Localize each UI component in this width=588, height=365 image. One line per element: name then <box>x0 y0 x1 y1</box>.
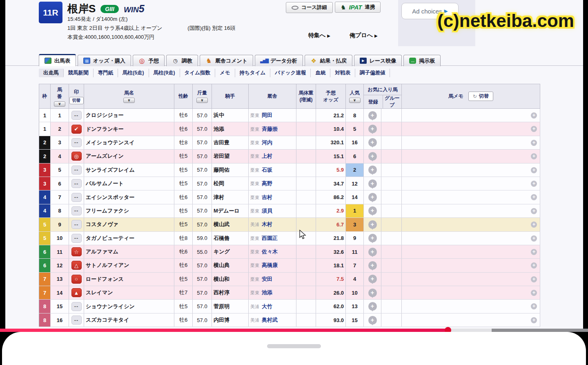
tab-オッズ・購入[interactable]: ▤オッズ・購入 <box>78 55 131 66</box>
favorite-pin-icon[interactable]: + <box>368 206 377 215</box>
favorite-pin-icon[interactable]: + <box>368 248 377 256</box>
subnav-item-競馬新聞[interactable]: 競馬新聞 <box>64 69 94 77</box>
memo-add-icon[interactable]: + <box>531 126 537 132</box>
mark-badge[interactable]: △ <box>71 261 82 270</box>
memo-add-icon[interactable]: + <box>531 222 537 228</box>
subnav-item-馬柱(9走)[interactable]: 馬柱(9走) <box>149 69 180 77</box>
favorite-pin-icon[interactable]: + <box>368 220 377 229</box>
favorite-pin-icon[interactable]: + <box>368 111 377 120</box>
subnav-item-対戦表[interactable]: 対戦表 <box>330 69 355 77</box>
tab-レース映像[interactable]: ▶レース映像 <box>354 55 402 66</box>
memo-add-icon[interactable]: + <box>531 303 537 309</box>
ipat-link-button[interactable]: ♞ IPAT 連携 <box>335 2 381 13</box>
drag-handle[interactable] <box>267 344 321 348</box>
tab-調教[interactable]: ◷調教 <box>166 55 198 66</box>
mark-badge[interactable]: ✔ <box>71 125 82 134</box>
jockey-link[interactable]: 津村 <box>212 190 249 204</box>
favorite-pin-icon[interactable]: + <box>368 193 377 202</box>
horse-name-link[interactable]: コスタノヴァ <box>84 218 174 231</box>
memo-add-icon[interactable]: + <box>531 208 537 214</box>
memo-toggle-button[interactable]: ↻ 切替 <box>468 92 493 101</box>
mark-badge[interactable]: ☆ <box>71 247 82 256</box>
jockey-link[interactable]: 西村淳 <box>212 286 249 300</box>
tokushu-link[interactable]: 特集へ▶ <box>308 32 330 39</box>
mark-badge[interactable]: -- <box>71 302 82 311</box>
jockey-link[interactable]: キング <box>212 245 249 258</box>
sort-horse-name-button[interactable]: ∨ <box>123 98 135 103</box>
favorite-pin-icon[interactable]: + <box>368 316 377 325</box>
horse-name-link[interactable]: クロジシジョー <box>84 109 174 122</box>
memo-add-icon[interactable]: + <box>531 235 537 242</box>
subnav-item-タイム指数[interactable]: タイム指数 <box>180 69 215 77</box>
horse-name-link[interactable]: スレイマン <box>84 286 174 300</box>
memo-add-icon[interactable]: + <box>531 112 537 119</box>
trainer-link[interactable]: 池添 <box>262 289 272 296</box>
trainer-link[interactable]: 石坂 <box>262 167 272 173</box>
jockey-link[interactable]: 横山武 <box>212 218 249 231</box>
horse-name-link[interactable]: サトノルフィアン <box>84 259 174 272</box>
horse-name-link[interactable]: アームズレイン <box>84 150 174 163</box>
jockey-link[interactable]: 石橋脩 <box>212 231 249 245</box>
jockey-link[interactable]: Mデムーロ <box>212 204 249 217</box>
tab-データ分析[interactable]: ▃▅▇データ分析 <box>255 55 303 66</box>
orepro-link[interactable]: 俺プロへ▶ <box>350 32 378 39</box>
tab-掲示板[interactable]: …掲示板 <box>403 55 441 66</box>
favorite-pin-icon[interactable]: + <box>368 179 377 188</box>
tab-出馬表[interactable]: 出馬表 <box>39 54 76 66</box>
mark-badge[interactable]: -- <box>71 206 82 215</box>
mark-badge[interactable]: -- <box>71 193 82 202</box>
course-detail-button[interactable]: コース詳細 <box>286 2 333 13</box>
tab-厩舎コメント[interactable]: ♞厩舎コメント <box>200 55 253 66</box>
horse-name-link[interactable]: エイシンスポッター <box>84 190 174 204</box>
memo-add-icon[interactable]: + <box>531 167 537 173</box>
trainer-link[interactable]: 吉村 <box>262 194 272 200</box>
jockey-link[interactable]: 池添 <box>212 122 249 136</box>
favorite-pin-icon[interactable]: + <box>368 275 377 283</box>
mark-badge[interactable]: -- <box>71 234 82 243</box>
jockey-link[interactable]: 松岡 <box>212 177 249 190</box>
tab-結果・払戻[interactable]: ❖結果・払戻 <box>305 55 352 66</box>
favorite-pin-icon[interactable]: + <box>368 125 377 133</box>
horse-name-link[interactable]: バルサムノート <box>84 177 174 190</box>
trainer-link[interactable]: 須貝 <box>262 208 272 214</box>
subnav-item-専門紙[interactable]: 専門紙 <box>94 69 118 77</box>
memo-add-icon[interactable]: + <box>531 140 537 146</box>
horse-name-link[interactable]: メイショウテンスイ <box>84 136 174 149</box>
trainer-link[interactable]: 岡田 <box>262 112 272 118</box>
jockey-link[interactable]: 横山典 <box>212 259 249 272</box>
horse-name-link[interactable]: サンライズフレイム <box>84 163 174 177</box>
horse-name-link[interactable]: スズカコテキタイ <box>84 313 174 327</box>
sort-weight-button[interactable]: ∨ <box>196 98 208 103</box>
favorite-pin-icon[interactable]: + <box>368 261 377 270</box>
mark-badge[interactable]: -- <box>71 220 82 229</box>
mark-badge[interactable]: -- <box>71 166 82 175</box>
memo-add-icon[interactable]: + <box>531 262 537 269</box>
memo-add-icon[interactable]: + <box>531 276 537 282</box>
video-progress-bar[interactable] <box>0 329 588 332</box>
sort-horse-number-button[interactable]: ∨ <box>54 101 65 107</box>
jockey-link[interactable]: 菅原明 <box>212 300 249 313</box>
subnav-item-メモ[interactable]: メモ <box>215 69 235 77</box>
trainer-link[interactable]: 高野 <box>262 180 272 186</box>
trainer-link[interactable]: 高橋康 <box>262 262 278 268</box>
jockey-link[interactable]: 内田博 <box>212 313 249 327</box>
favorite-pin-icon[interactable]: + <box>368 289 377 297</box>
jockey-link[interactable]: 浜中 <box>212 109 249 122</box>
trainer-link[interactable]: 佐々木 <box>262 249 278 255</box>
favorite-pin-icon[interactable]: + <box>368 138 377 147</box>
horse-name-link[interactable]: タガノビューティー <box>84 231 174 245</box>
horse-name-link[interactable]: ドンフランキー <box>84 122 174 136</box>
horse-name-link[interactable]: ショウナンライシン <box>84 300 174 313</box>
mark-badge[interactable]: ○ <box>71 275 82 284</box>
memo-add-icon[interactable]: + <box>531 194 537 200</box>
jockey-link[interactable]: 吉田豊 <box>212 136 249 149</box>
subnav-item-持ちタイム[interactable]: 持ちタイム <box>235 69 271 77</box>
subnav-item-血統[interactable]: 血統 <box>311 69 330 77</box>
memo-add-icon[interactable]: + <box>531 249 537 255</box>
horse-name-link[interactable]: フリームファクシ <box>84 204 174 217</box>
favorite-pin-icon[interactable]: + <box>368 152 377 161</box>
memo-add-icon[interactable]: + <box>531 181 537 187</box>
trainer-link[interactable]: 上村 <box>262 153 272 159</box>
subnav-item-パドック速報[interactable]: パドック速報 <box>270 69 311 77</box>
mark-badge[interactable]: -- <box>71 316 82 325</box>
